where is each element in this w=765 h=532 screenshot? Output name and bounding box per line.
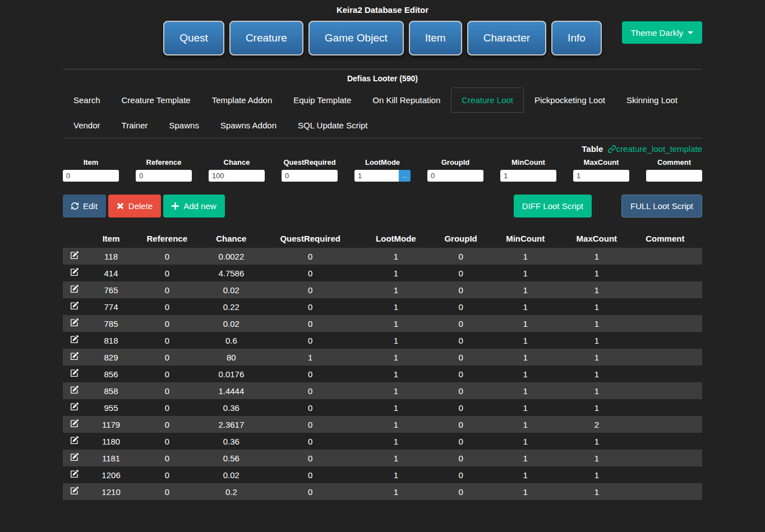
cell-groupid: 0 (436, 265, 486, 281)
tab-search[interactable]: Search (63, 87, 111, 113)
cell-item: 1180 (86, 433, 136, 450)
theme-dropdown-button[interactable]: Theme Darkly (622, 21, 702, 44)
cell-item: 1206 (86, 466, 136, 483)
cell-reference: 0 (136, 466, 197, 483)
cell-reference: 0 (136, 382, 197, 399)
field-groupid: GroupId (427, 158, 483, 182)
tab-equip-template[interactable]: Equip Template (283, 87, 362, 113)
mincount-input[interactable] (500, 170, 556, 182)
row-edit-button[interactable] (70, 487, 79, 495)
cell-lootmode: 1 (356, 366, 436, 382)
edit-button[interactable]: Edit (63, 195, 106, 218)
cell-mincount: 1 (485, 298, 565, 315)
row-edit-cell (63, 416, 86, 433)
actions-row: Edit Delete Add new DIFF Loot Script FUL… (63, 195, 702, 218)
cell-maxcount: 1 (565, 315, 628, 332)
cell-maxcount: 1 (565, 349, 628, 366)
row-edit-cell (63, 315, 86, 332)
row-edit-cell (63, 433, 86, 450)
row-edit-button[interactable] (70, 251, 79, 260)
add-new-button[interactable]: Add new (163, 195, 224, 218)
cell-reference: 0 (136, 433, 197, 450)
cell-comment (628, 349, 702, 366)
row-edit-button[interactable] (70, 403, 79, 411)
tab-spawns-addon[interactable]: Spawns Addon (210, 113, 287, 138)
field-label-questrequired: QuestRequired (282, 158, 338, 166)
tab-creature-template[interactable]: Creature Template (111, 87, 201, 113)
item-input[interactable] (63, 170, 119, 182)
chance-input[interactable] (209, 170, 265, 182)
row-edit-button[interactable] (70, 470, 79, 478)
row-edit-button[interactable] (70, 335, 79, 344)
cell-questrequired: 0 (265, 265, 356, 281)
tab-pickpocketing-loot[interactable]: Pickpocketing Loot (524, 87, 616, 113)
reference-input[interactable] (136, 170, 192, 182)
row-edit-button[interactable] (70, 302, 79, 310)
row-edit-cell (63, 281, 86, 298)
cell-mincount: 1 (485, 315, 565, 332)
row-edit-button[interactable] (70, 285, 79, 293)
edit-row-icon (70, 470, 79, 478)
delete-button[interactable]: Delete (108, 195, 161, 218)
cell-maxcount: 1 (565, 366, 628, 382)
cell-groupid: 0 (436, 450, 486, 466)
cell-reference: 0 (136, 349, 197, 366)
nav-button-game-object[interactable]: Game Object (308, 21, 404, 55)
tab-vendor[interactable]: Vendor (63, 113, 111, 138)
cell-chance: 0.22 (198, 298, 265, 315)
cell-lootmode: 1 (356, 416, 436, 433)
tab-creature-loot[interactable]: Creature Loot (451, 87, 524, 113)
column-header-icon (63, 229, 86, 248)
table-name-link[interactable]: creature_loot_template (606, 144, 702, 154)
tab-trainer[interactable]: Trainer (111, 113, 159, 138)
nav-button-item[interactable]: Item (409, 21, 462, 55)
row-edit-button[interactable] (70, 369, 79, 377)
full-loot-script-button[interactable]: FULL Loot Script (621, 195, 702, 218)
cell-item: 1181 (86, 450, 136, 466)
row-edit-button[interactable] (70, 386, 79, 394)
cell-item: 818 (86, 332, 136, 349)
row-edit-button[interactable] (70, 268, 79, 276)
diff-loot-script-button[interactable]: DIFF Loot Script (514, 195, 592, 218)
row-edit-button[interactable] (70, 352, 79, 360)
cell-chance: 80 (198, 349, 265, 366)
comment-input[interactable] (646, 170, 702, 182)
cell-maxcount: 2 (565, 416, 628, 433)
row-edit-button[interactable] (70, 419, 79, 428)
cell-chance: 2.3617 (198, 416, 265, 433)
theme-dropdown-label: Theme Darkly (631, 28, 683, 38)
edit-button-label: Edit (83, 201, 98, 211)
lootmode-picker-button[interactable]: ... (399, 170, 411, 182)
row-edit-button[interactable] (70, 453, 79, 461)
table-name-text: creature_loot_template (616, 144, 702, 154)
table-row: 81800.601011 (63, 332, 702, 349)
cell-lootmode: 1 (356, 399, 436, 416)
cell-groupid: 0 (436, 298, 486, 315)
nav-button-quest[interactable]: Quest (163, 21, 224, 55)
tab-template-addon[interactable]: Template Addon (201, 87, 283, 113)
cell-chance: 0.36 (198, 433, 265, 450)
tab-spawns[interactable]: Spawns (159, 113, 210, 138)
input-wrap-groupid (427, 170, 483, 182)
tab-on-kill-reputation[interactable]: On Kill Reputation (362, 87, 451, 113)
nav-button-info[interactable]: Info (551, 21, 602, 55)
nav-button-character[interactable]: Character (467, 21, 546, 55)
lootmode-input[interactable] (354, 170, 399, 182)
row-edit-button[interactable] (70, 436, 79, 445)
cell-chance: 0.36 (198, 399, 265, 416)
field-lootmode: LootMode... (354, 158, 411, 182)
tab-sql-update-script[interactable]: SQL Update Script (287, 113, 379, 138)
groupid-input[interactable] (427, 170, 483, 182)
nav-button-creature[interactable]: Creature (229, 21, 303, 55)
cell-groupid: 0 (436, 332, 486, 349)
maxcount-input[interactable] (573, 170, 629, 182)
field-mincount: MinCount (500, 158, 556, 182)
page-title: Keira2 Database Editor (63, 0, 702, 15)
cell-maxcount: 1 (565, 332, 628, 349)
cell-comment (628, 281, 702, 298)
tab-skinning-loot[interactable]: Skinning Loot (616, 87, 688, 113)
row-edit-button[interactable] (70, 318, 79, 327)
field-questrequired: QuestRequired (282, 158, 338, 182)
add-new-button-label: Add new (183, 201, 216, 211)
questrequired-input[interactable] (282, 170, 338, 182)
